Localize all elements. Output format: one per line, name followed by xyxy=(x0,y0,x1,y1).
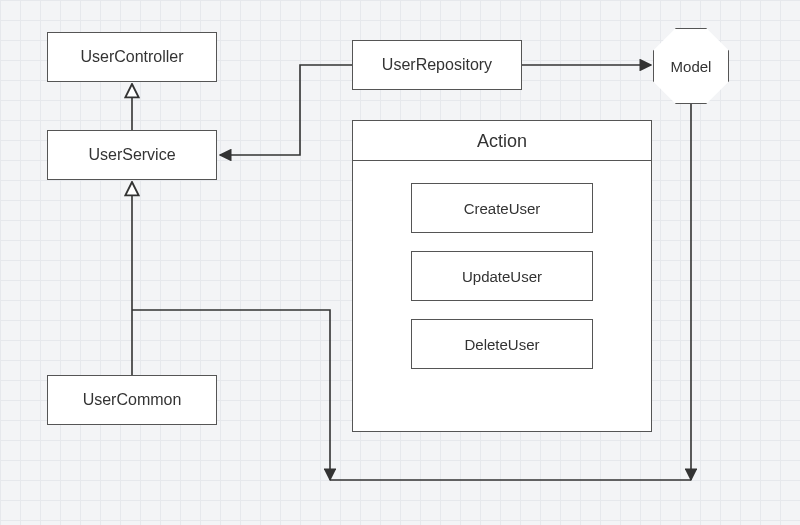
label-user-controller: UserController xyxy=(80,48,183,66)
node-model: Model xyxy=(653,28,729,104)
node-create-user: CreateUser xyxy=(411,183,593,233)
label-delete-user: DeleteUser xyxy=(464,336,539,353)
node-update-user: UpdateUser xyxy=(411,251,593,301)
label-user-service: UserService xyxy=(88,146,175,164)
node-delete-user: DeleteUser xyxy=(411,319,593,369)
node-user-repository: UserRepository xyxy=(352,40,522,90)
label-model: Model xyxy=(671,58,712,75)
label-action-title: Action xyxy=(353,121,651,161)
label-create-user: CreateUser xyxy=(464,200,541,217)
label-update-user: UpdateUser xyxy=(462,268,542,285)
node-action-container: Action CreateUser UpdateUser DeleteUser xyxy=(352,120,652,432)
node-user-common: UserCommon xyxy=(47,375,217,425)
edge-repository-to-service xyxy=(220,65,352,155)
node-user-service: UserService xyxy=(47,130,217,180)
label-user-common: UserCommon xyxy=(83,391,182,409)
action-body: CreateUser UpdateUser DeleteUser xyxy=(353,161,651,389)
node-user-controller: UserController xyxy=(47,32,217,82)
label-user-repository: UserRepository xyxy=(382,56,492,74)
